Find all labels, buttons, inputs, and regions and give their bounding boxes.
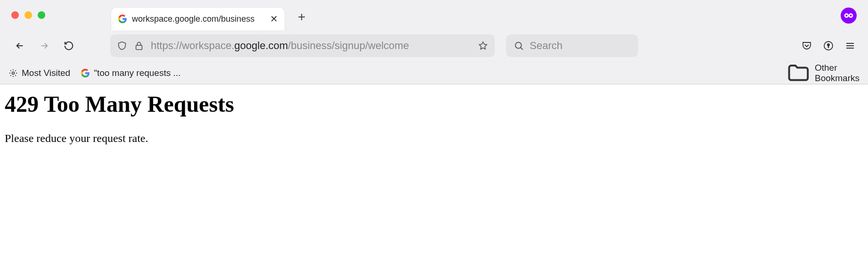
reload-button[interactable]: [59, 36, 78, 55]
tab-strip: workspace.google.com/business ✕ +: [0, 0, 868, 30]
menu-icon[interactable]: [844, 40, 856, 51]
forward-button[interactable]: [35, 36, 54, 55]
folder-icon: [786, 60, 811, 85]
url-domain: google.com: [234, 40, 288, 51]
bookmark-star-icon[interactable]: [478, 41, 488, 51]
svg-rect-2: [848, 15, 850, 17]
search-input[interactable]: [530, 40, 631, 52]
svg-point-9: [12, 72, 15, 74]
shield-icon[interactable]: [117, 41, 127, 51]
toolbar: https://workspace.google.com/business/si…: [0, 30, 868, 61]
account-icon[interactable]: [823, 40, 834, 51]
other-bookmarks[interactable]: Other Bookmarks: [786, 60, 860, 85]
svg-point-8: [827, 44, 829, 46]
back-button[interactable]: [10, 36, 29, 55]
url-text: https://workspace.google.com/business/si…: [151, 40, 471, 52]
svg-point-6: [516, 42, 522, 49]
tab-title: workspace.google.com/business: [132, 14, 265, 24]
address-bar[interactable]: https://workspace.google.com/business/si…: [110, 34, 495, 57]
window-controls: [11, 11, 45, 19]
bookmark-item-1[interactable]: "too many requests ...: [81, 68, 180, 78]
google-favicon-icon: [118, 14, 127, 24]
private-browsing-icon: [841, 8, 857, 24]
bookmark-label: Most Visited: [22, 68, 70, 78]
lock-icon[interactable]: [134, 41, 144, 51]
svg-rect-5: [136, 45, 142, 50]
close-tab-button[interactable]: ✕: [270, 14, 278, 24]
maximize-window-button[interactable]: [38, 11, 45, 19]
minimize-window-button[interactable]: [25, 11, 32, 19]
search-box[interactable]: [506, 34, 638, 57]
page-body-text: Please reduce your request rate.: [5, 132, 863, 145]
svg-point-4: [850, 15, 852, 17]
bookmark-most-visited[interactable]: Most Visited: [8, 68, 70, 78]
bookmarks-bar: Most Visited "too many requests ... Othe…: [0, 61, 868, 84]
pocket-icon[interactable]: [801, 40, 812, 51]
page-content: 429 Too Many Requests Please reduce your…: [0, 84, 868, 151]
svg-point-3: [845, 15, 847, 17]
google-favicon-icon: [81, 68, 90, 78]
gear-icon: [8, 68, 18, 78]
close-window-button[interactable]: [11, 11, 19, 19]
bookmark-label: "too many requests ...: [94, 68, 180, 78]
browser-tab[interactable]: workspace.google.com/business ✕: [111, 8, 285, 30]
bookmark-label: Other Bookmarks: [815, 63, 860, 83]
page-heading: 429 Too Many Requests: [5, 91, 863, 117]
new-tab-button[interactable]: +: [298, 9, 305, 25]
url-path: /business/signup/welcome: [288, 40, 409, 51]
search-icon: [514, 41, 524, 51]
url-prefix: https://workspace.: [151, 40, 234, 51]
